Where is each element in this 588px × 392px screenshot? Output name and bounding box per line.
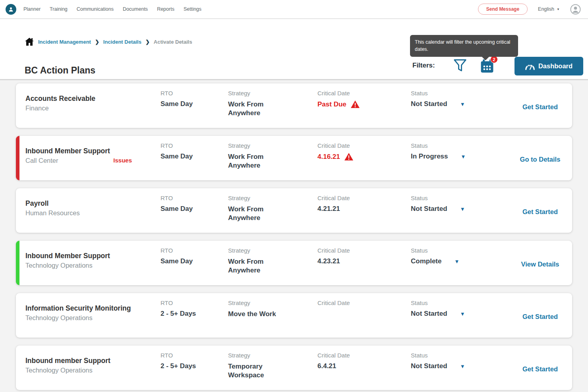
strategy-cell: Strategy Work From Anywhere (228, 247, 317, 275)
plan-department: Finance (25, 104, 49, 112)
send-message-button[interactable]: Send Message (478, 4, 528, 15)
plan-name: Inbound member Support (25, 357, 161, 365)
home-icon[interactable] (25, 37, 34, 46)
nav-item-documents[interactable]: Documents (123, 6, 148, 12)
nav-item-training[interactable]: Training (50, 6, 68, 12)
status-dropdown[interactable]: Not Started ▼ (411, 205, 508, 213)
action-plan-row: Inbound member Support Technology Operat… (16, 346, 572, 390)
page-header: Incident Management ❯ Incident Details ❯… (0, 19, 588, 79)
plan-department: Technology Operations (25, 367, 93, 374)
status-dropdown[interactable]: Not Started ▼ (411, 100, 508, 108)
status-label: Status (411, 90, 508, 97)
plan-department: Call Center (25, 157, 58, 164)
critical-date-value: 4.21.21 (317, 205, 340, 213)
strategy-cell: Strategy Work From Anywhere (228, 195, 317, 222)
dashboard-button-label: Dashboard (538, 62, 573, 70)
plan-name-cell: Inbound Member Support Call Center Issue… (25, 142, 161, 170)
plan-name-cell: Inbound Member Support Technology Operat… (25, 247, 161, 275)
rto-value: Same Day (161, 205, 228, 213)
language-label: English (538, 6, 554, 12)
app-logo[interactable] (6, 4, 16, 15)
status-label: Status (411, 352, 508, 359)
strategy-label: Strategy (228, 195, 317, 201)
action-plan-row: Payroll Human Resources RTO Same Day Str… (16, 188, 572, 233)
strategy-label: Strategy (228, 299, 317, 306)
strategy-cell: Strategy Work From Anywhere (228, 142, 317, 170)
strategy-value: Work From Anywhere (228, 100, 286, 118)
warning-icon (350, 100, 360, 108)
rto-value: Same Day (161, 153, 228, 160)
filter-funnel-icon[interactable] (453, 58, 467, 73)
strategy-label: Strategy (228, 142, 317, 149)
action-cell: Get Started (508, 90, 572, 118)
status-value: Not Started (411, 205, 447, 213)
nav-item-planner[interactable]: Planner (23, 6, 41, 12)
chevron-down-icon: ▼ (454, 259, 459, 265)
action-cell: View Details (508, 247, 572, 275)
strategy-label: Strategy (228, 247, 317, 254)
critical-date-cell: Critical Date 6.4.21 (317, 352, 411, 380)
filters-label: Filters: (412, 62, 435, 70)
rto-label: RTO (161, 247, 228, 254)
nav-item-settings[interactable]: Settings (184, 6, 201, 12)
status-dropdown[interactable]: Complete ▼ (411, 257, 508, 265)
strategy-value: Work From Anywhere (228, 205, 286, 222)
rto-label: RTO (161, 142, 228, 149)
status-value: Not Started (411, 310, 447, 318)
chevron-right-icon: ❯ (95, 39, 99, 45)
status-cell: Status Not Started ▼ (411, 90, 508, 118)
nav-item-communications[interactable]: Communications (77, 6, 114, 12)
action-plan-row: Inbound Member Support Call Center Issue… (16, 136, 572, 180)
row-action-link[interactable]: Go to Details (520, 156, 561, 170)
row-action-link[interactable]: View Details (521, 261, 559, 275)
critical-date-label: Critical Date (317, 90, 411, 97)
critical-date-label: Critical Date (317, 195, 411, 201)
plan-name: Inbound Member Support (25, 147, 161, 155)
rto-value: 2 - 5+ Days (161, 310, 228, 318)
plan-department: Human Resources (25, 209, 80, 217)
breadcrumb-incident-management[interactable]: Incident Management (38, 39, 91, 45)
row-action-link[interactable]: Get Started (522, 208, 558, 222)
rto-value: Same Day (161, 257, 228, 265)
status-value: In Progress (411, 153, 448, 160)
strategy-cell: Strategy Work From Anywhere (228, 90, 317, 118)
status-cell: Status Complete ▼ (411, 247, 508, 275)
critical-date-cell: Critical Date Past Due (317, 90, 411, 118)
action-cell: Get Started (508, 195, 572, 222)
user-avatar[interactable] (570, 4, 581, 15)
critical-date-label: Critical Date (317, 142, 411, 149)
rto-cell: RTO 2 - 5+ Days (161, 299, 228, 322)
rto-cell: RTO Same Day (161, 247, 228, 275)
rto-cell: RTO 2 - 5+ Days (161, 352, 228, 380)
action-plan-row: Information Security Monitoring Technolo… (16, 293, 572, 338)
critical-date-cell: Critical Date 4.23.21 (317, 247, 411, 275)
language-selector[interactable]: English ▼ (538, 6, 560, 12)
calendar-tooltip: This calendar will filter the upcoming c… (410, 35, 518, 57)
row-action-link[interactable]: Get Started (522, 365, 558, 380)
tooltip-text: This calendar will filter the upcoming c… (415, 39, 510, 52)
status-stripe (16, 136, 19, 180)
breadcrumb-activate-details: Activate Details (154, 39, 192, 45)
status-dropdown[interactable]: Not Started ▼ (411, 362, 508, 370)
strategy-value: Temporary Workspace (228, 362, 286, 380)
critical-date-label: Critical Date (317, 299, 411, 306)
dashboard-button[interactable]: Dashboard (514, 57, 583, 75)
breadcrumb-incident-details[interactable]: Incident Details (103, 39, 141, 45)
strategy-label: Strategy (228, 352, 317, 359)
critical-date-label: Critical Date (317, 352, 411, 359)
chevron-down-icon: ▼ (461, 154, 466, 160)
status-cell: Status In Progress ▼ (411, 142, 508, 170)
nav-item-reports[interactable]: Reports (157, 6, 174, 12)
logo-person-icon (8, 6, 14, 12)
row-action-link[interactable]: Get Started (522, 313, 558, 322)
status-value: Not Started (411, 362, 447, 370)
row-action-link[interactable]: Get Started (522, 103, 558, 118)
status-dropdown[interactable]: Not Started ▼ (411, 310, 508, 318)
plan-name-cell: Payroll Human Resources (25, 195, 161, 222)
critical-date-cell: Critical Date 4.21.21 (317, 195, 411, 222)
top-navigation-bar: Planner Training Communications Document… (0, 0, 588, 19)
status-label: Status (411, 195, 508, 201)
status-dropdown[interactable]: In Progress ▼ (411, 153, 508, 160)
tooltip-arrow (482, 56, 489, 60)
status-label: Status (411, 299, 508, 306)
